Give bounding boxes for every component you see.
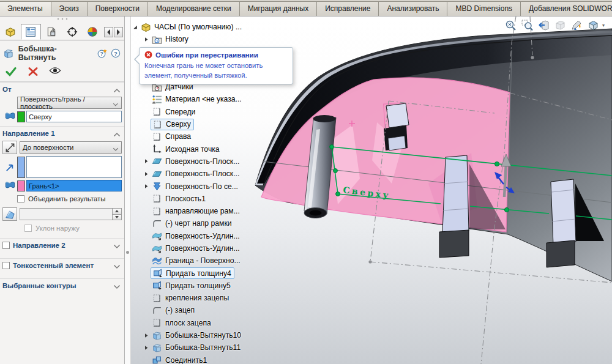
merge-result-checkbox[interactable] (17, 195, 24, 202)
expand-arrow-icon[interactable] (144, 184, 152, 189)
part-icon (141, 22, 151, 32)
ribbon-tab-5[interactable]: Миграция данных (240, 1, 317, 17)
dir1-vector-row (2, 156, 122, 178)
draft-spinner[interactable] (112, 209, 121, 220)
selected-tree-item[interactable]: Сверху (151, 119, 194, 130)
zoom-area-icon[interactable] (520, 18, 534, 32)
from-face-input[interactable]: Сверху (26, 111, 122, 122)
reverse-direction-button[interactable] (2, 141, 17, 154)
tree-item[interactable]: Поверхность-Плоск... (133, 168, 293, 180)
draft-button[interactable] (2, 207, 17, 221)
tree-item[interactable]: Бобышка-Вытянуть11 (133, 341, 293, 354)
tree-item[interactable]: Материал <не указа... (133, 93, 293, 105)
tree-item-label: Материал <не указа... (165, 95, 242, 103)
from-dropdown[interactable]: Поверхность/грань /плоскость (17, 97, 122, 109)
tree-item[interactable]: History (133, 33, 293, 45)
face-select-icon (2, 180, 17, 191)
previous-view-icon[interactable] (536, 18, 551, 32)
draft-outward-checkbox[interactable] (24, 225, 32, 232)
zoom-fit-icon[interactable] (503, 18, 518, 32)
whats-new-help-icon[interactable]: ? (97, 48, 107, 58)
section-selected-contours[interactable]: Выбранные контуры (0, 278, 124, 291)
preview-eye-button[interactable] (49, 66, 61, 77)
tree-item[interactable]: Бобышка-Вытянуть10 (133, 329, 293, 341)
ribbon-tab-9[interactable]: Добавления SOLIDWORKS (521, 1, 612, 17)
tree-item[interactable]: Граница - Поверхно... (133, 254, 293, 267)
section-from[interactable]: От (0, 82, 124, 95)
scroll-right-button[interactable] (114, 27, 123, 37)
ribbon-tab-1[interactable]: Элементы (0, 1, 51, 17)
ribbon-tab-3[interactable]: Поверхности (88, 1, 148, 17)
ribbon-tab-2[interactable]: Эскиз (51, 1, 88, 17)
tree-item[interactable]: Спереди (133, 106, 293, 118)
tree-item[interactable]: плоск зацепа (133, 317, 293, 329)
dir1-face-input[interactable]: Грань<1> (26, 180, 122, 191)
tree-item[interactable]: Справа (133, 130, 293, 143)
dir1-end-condition-dropdown[interactable]: До поверхности (20, 141, 122, 154)
draft-outward-label: Уклон наружу (35, 225, 80, 232)
solidworks-window: { "ribbon": { "tabs": [ {"label":"Элемен… (0, 0, 612, 364)
scroll-left-button[interactable] (104, 27, 113, 37)
draft-row (2, 207, 122, 221)
tree-item[interactable]: (-) черт напр рамки (133, 217, 293, 229)
tree-item[interactable]: Соединить1 (133, 354, 293, 364)
tree-item[interactable]: Исходная точка (133, 143, 293, 155)
tree-item[interactable]: крепления зацепы (133, 292, 293, 304)
dir1-vector-input[interactable] (26, 156, 122, 178)
cancel-button[interactable] (27, 66, 39, 77)
tree-item[interactable]: Сверху (133, 118, 293, 130)
manager-tab-dimxpertmanager[interactable] (62, 24, 83, 40)
direction2-checkbox[interactable] (2, 242, 10, 249)
tree-item[interactable]: Поверхность-Удлин... (133, 242, 293, 254)
tree-item[interactable]: Плоскость1 (133, 193, 293, 205)
expand-arrow-icon[interactable] (144, 158, 152, 164)
draft-angle-field[interactable] (20, 208, 122, 220)
expand-arrow-icon[interactable] (144, 37, 152, 42)
tree-item[interactable]: направляющие рам... (133, 205, 293, 217)
view-orientation-icon[interactable] (586, 18, 600, 32)
edit-appearance-icon[interactable] (569, 18, 584, 32)
tree-item[interactable]: ЧАСЫ (По умолчанию) ... (133, 21, 293, 33)
tree-item[interactable]: Поверхность-По се... (133, 180, 293, 192)
panel-grip[interactable] (0, 17, 124, 21)
manager-tab-configurationmanager[interactable] (41, 24, 62, 40)
thin-feature-label: Тонкостенный элемент (13, 262, 94, 269)
ok-button[interactable] (5, 66, 17, 77)
ribbon-tab-8[interactable]: MBD Dimensions (447, 1, 521, 17)
tree-item[interactable]: (-) зацеп (133, 304, 293, 316)
expand-arrow-icon[interactable] (144, 171, 152, 177)
section-thin-feature[interactable]: Тонкостенный элемент (0, 258, 124, 271)
tree-item[interactable]: Придать толщину4 (133, 267, 293, 279)
tree-item[interactable]: Поверхность-Плоск... (133, 155, 293, 168)
section-direction1[interactable]: Направление 1 (0, 126, 124, 139)
selected-tree-item[interactable]: Придать толщину4 (151, 267, 234, 279)
tooltip-body: Конечная грань не может остановить элеме… (144, 61, 288, 80)
manager-tab-featuremanager[interactable] (0, 24, 21, 40)
panel-splitter[interactable] (125, 17, 131, 364)
draft-outward-row: Уклон наружу (24, 225, 122, 232)
thin-feature-checkbox[interactable] (2, 262, 10, 269)
expand-arrow-icon[interactable] (144, 345, 152, 351)
dir1-dropdown-row: До поверхности (2, 141, 122, 154)
expand-arrow-icon[interactable] (144, 333, 152, 338)
plane-icon (152, 318, 162, 328)
tree-item[interactable]: Придать толщину5 (133, 280, 293, 292)
tooltip-title: Ошибки при перестраивании (155, 51, 258, 59)
section-direction2[interactable]: Направление 2 (0, 238, 124, 251)
view-orientation-caret-icon[interactable]: ▾ (602, 18, 607, 32)
expand-arrow-icon[interactable] (133, 24, 141, 30)
manager-tab-propertymanager[interactable] (21, 24, 42, 40)
ribbon-tab-bar: ЭлементыЭскизПоверхностиМоделирование се… (0, 0, 612, 17)
tree-item-label: направляющие рам... (165, 207, 240, 215)
display-style-icon[interactable] (609, 18, 612, 32)
tree-item[interactable]: Поверхность-Удлин... (133, 230, 293, 242)
help-icon[interactable]: ? (111, 48, 121, 58)
manager-tab-strip (0, 24, 124, 40)
section-view-icon[interactable] (553, 18, 567, 32)
ribbon-tab-4[interactable]: Моделирование сетки (148, 1, 240, 17)
ribbon-tab-6[interactable]: Исправление (317, 1, 379, 17)
manager-tab-displaymanager[interactable] (82, 24, 103, 40)
ribbon-tab-7[interactable]: Анализировать (379, 1, 447, 17)
chevron-down-icon (113, 101, 119, 105)
from-face-row: Сверху (2, 111, 122, 122)
